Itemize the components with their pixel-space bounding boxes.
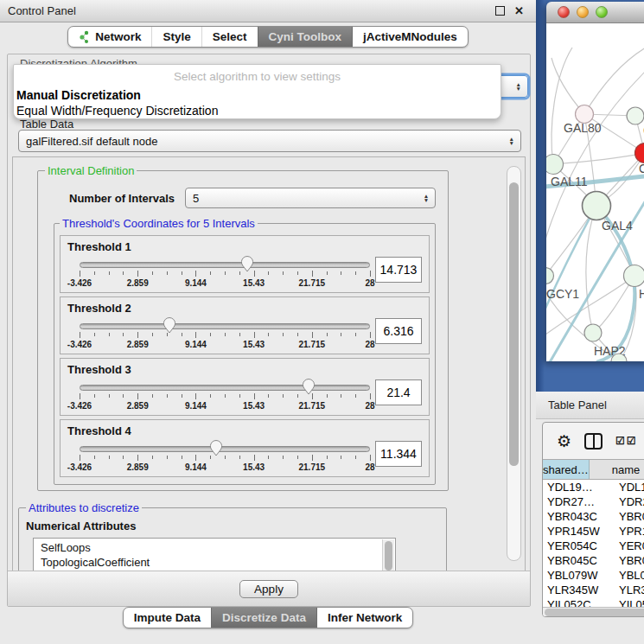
select-columns-icon[interactable]: ☑☑ [615, 435, 636, 447]
table-panel: ⚙ ☑☑ shared… name YDL19…YDL19…YDR27…YDR2… [542, 422, 644, 617]
table-row[interactable]: YIL052CYIL052C [543, 597, 644, 607]
slider-ticks [80, 393, 370, 400]
column-header-name[interactable]: name [590, 460, 644, 479]
close-traffic-light-icon[interactable] [558, 6, 570, 18]
network-node-label: GAL80 [564, 121, 602, 135]
network-node-gal4[interactable] [583, 192, 611, 220]
horizontal-scrollbar[interactable] [543, 607, 644, 617]
table-row[interactable]: YBR045CYBR045C [543, 553, 644, 568]
numerical-attributes-list[interactable]: SelfLoopsTopologicalCoefficientBetweenne… [33, 538, 396, 572]
apply-button[interactable]: Apply [239, 580, 298, 598]
attribute-item[interactable]: SelfLoops [41, 540, 383, 555]
threshold-slider[interactable]: -3.4262.8599.14415.4321.71528 [80, 438, 370, 475]
tab-discretize-data[interactable]: Discretize Data [211, 608, 316, 628]
network-node-c[interactable] [635, 143, 644, 163]
tab-label: Select [213, 30, 247, 43]
tab-label: Impute Data [134, 611, 201, 624]
algorithm-option-manual[interactable]: Manual Discretization [14, 86, 501, 102]
attributes-scrollbar[interactable] [382, 539, 394, 572]
threshold-label: Threshold 2 [67, 302, 422, 315]
tab-cyni-toolbox[interactable]: Cyni Toolbox [258, 27, 353, 47]
interval-definition-title: Interval Definition [45, 164, 137, 177]
slider-track[interactable] [80, 323, 370, 329]
table-row[interactable]: YLR345WYLR345W [543, 583, 644, 597]
table-row[interactable]: YDL19…YDL19… [543, 480, 644, 494]
attribute-item[interactable]: TopologicalCoefficient [41, 555, 383, 570]
threshold-label: Threshold 3 [67, 363, 422, 376]
network-node-ga[interactable] [627, 107, 644, 124]
tab-jactivemnodules[interactable]: jActiveMNodules [352, 27, 468, 47]
top-tabbar: NetworkStyleSelectCyni ToolboxjActiveMNo… [67, 26, 469, 48]
threshold-slider[interactable]: -3.4262.8599.14415.4321.71528 [80, 254, 370, 290]
threshold-label: Threshold 4 [67, 424, 422, 437]
threshold-slider[interactable]: -3.4262.8599.14415.4321.71528 [80, 316, 370, 352]
table-data-combo[interactable]: galFiltered.sif default node ▲▼ [18, 130, 521, 152]
minimize-traffic-light-icon[interactable] [577, 6, 589, 18]
table-row[interactable]: YBL079WYBL079W [543, 568, 644, 583]
tab-impute-data[interactable]: Impute Data [124, 608, 211, 628]
network-node-h[interactable] [624, 265, 644, 287]
tab-style[interactable]: Style [151, 27, 201, 47]
threshold-blocks: Threshold 1 -3.4262.8599.14415.4321.7152… [60, 235, 430, 477]
number-of-intervals-value: 5 [193, 192, 199, 205]
slider-thumb-icon[interactable] [209, 439, 222, 456]
slider-track[interactable] [80, 262, 370, 268]
threshold-block: Threshold 4 -3.4262.8599.14415.4321.7152… [60, 419, 430, 477]
thresholds-title: Threshold's Coordinates for 5 Intervals [60, 217, 258, 230]
tab-label: Network [95, 30, 141, 43]
vertical-scrollbar[interactable] [507, 166, 521, 561]
slider-track[interactable] [80, 446, 370, 452]
network-node-label: GCY1 [546, 287, 579, 301]
tab-network[interactable]: Network [68, 27, 151, 47]
algorithm-option-equal-width[interactable]: Equal Width/Frequency Discretization [14, 102, 501, 118]
table-row[interactable]: YBR043CYBR043C [543, 509, 644, 524]
gear-icon[interactable]: ⚙ [557, 433, 571, 450]
table-row[interactable]: YPR145WYPR145W [543, 524, 644, 539]
float-window-icon[interactable] [495, 6, 505, 16]
slider-ticks [80, 455, 370, 462]
cell-shared-name: YBL079W [543, 569, 611, 582]
network-node-hap2[interactable] [584, 324, 602, 341]
settings-scrollpane: Interval Definition Number of Intervals … [12, 156, 526, 572]
slider-thumb-icon[interactable] [303, 378, 316, 395]
cell-shared-name: YBR045C [543, 554, 611, 567]
threshold-block: Threshold 2 -3.4262.8599.14415.4321.7152… [60, 296, 430, 354]
threshold-value-field[interactable]: 21.4 [375, 379, 422, 405]
threshold-block: Threshold 1 -3.4262.8599.14415.4321.7152… [60, 235, 430, 293]
slider-thumb-icon[interactable] [240, 255, 253, 272]
cell-name: YIL052C [611, 598, 644, 607]
network-canvas[interactable]: GAL80GACGAL11GAL4GCY1HHAP2 [546, 23, 644, 361]
network-node-gal11[interactable] [546, 155, 564, 175]
control-panel-titlebar: Control Panel ✕ [0, 0, 536, 22]
tab-label: jActiveMNodules [363, 30, 457, 43]
cell-shared-name: YDR27… [543, 495, 611, 508]
checkbox-icon: ☑ [627, 435, 636, 447]
tab-label: Style [163, 30, 190, 43]
columns-icon[interactable] [584, 433, 603, 450]
number-of-intervals-combo[interactable]: 5 ▲▼ [185, 188, 436, 208]
cell-shared-name: YPR145W [543, 525, 611, 538]
table-header: shared… name [543, 459, 644, 480]
table-row[interactable]: YDR27…YDR27… [543, 494, 644, 509]
algorithm-placeholder: Select algorithm to view settings [14, 65, 501, 86]
slider-tick-labels: -3.4262.8599.14415.4321.71528 [80, 340, 370, 350]
control-panel: Control Panel ✕ NetworkStyleSelectCyni T… [0, 0, 536, 644]
table-row[interactable]: YER054CYER054C [543, 539, 644, 553]
slider-thumb-icon[interactable] [163, 316, 176, 334]
cell-name: YPR145W [611, 525, 644, 538]
zoom-traffic-light-icon[interactable] [596, 6, 608, 18]
threshold-value-field[interactable]: 11.344 [375, 441, 422, 467]
threshold-block: Threshold 3 -3.4262.8599.14415.4321.7152… [60, 358, 430, 416]
app-root: { "control_panel": { "title": "Control P… [0, 0, 644, 644]
tab-select[interactable]: Select [201, 27, 258, 47]
network-node-gcy1[interactable] [546, 268, 554, 284]
slider-tick-labels: -3.4262.8599.14415.4321.71528 [80, 462, 370, 473]
close-icon[interactable]: ✕ [514, 5, 524, 16]
column-header-shared-name[interactable]: shared… [543, 460, 590, 479]
slider-tick-labels: -3.4262.8599.14415.4321.71528 [80, 401, 370, 411]
threshold-value-field[interactable]: 6.316 [375, 318, 422, 344]
slider-track[interactable] [80, 385, 370, 391]
threshold-slider[interactable]: -3.4262.8599.14415.4321.71528 [80, 377, 370, 413]
threshold-value-field[interactable]: 14.713 [375, 257, 422, 283]
tab-infer-network[interactable]: Infer Network [316, 608, 412, 628]
